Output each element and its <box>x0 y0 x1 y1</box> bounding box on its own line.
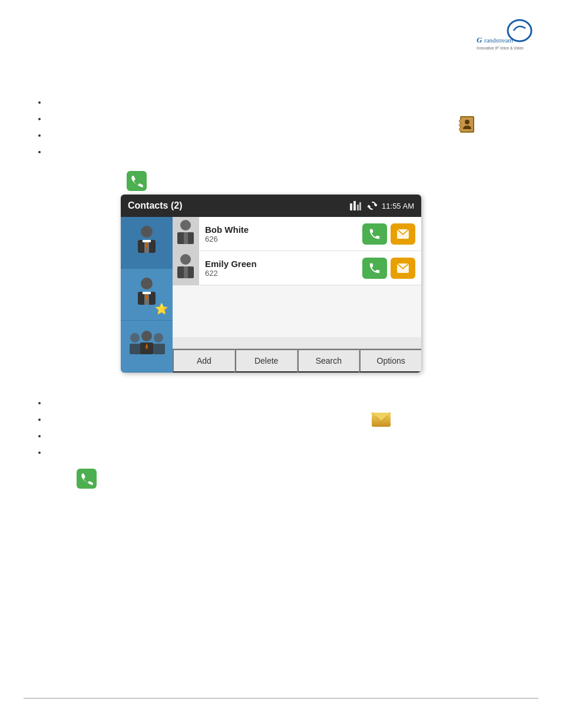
mail-yellow-icon <box>371 410 391 432</box>
svg-point-20 <box>141 278 153 289</box>
sidebar-avatars: ⭐ <box>121 217 173 373</box>
svg-text:G: G <box>477 35 482 44</box>
call-bob-button[interactable] <box>362 223 387 245</box>
svg-point-36 <box>180 254 191 265</box>
contacts-right: Bob White 626 <box>173 217 421 373</box>
bottom-bullet-section <box>35 395 49 461</box>
bottom-bullet-item-4 <box>47 444 49 461</box>
logo: G randstream Innovative IP Voice & Video <box>474 18 538 55</box>
bullet-item-3 <box>47 127 49 144</box>
phone-screen: Contacts (2) 11:55 AM <box>121 195 421 373</box>
svg-point-32 <box>180 220 191 230</box>
top-bullet-section <box>35 94 49 160</box>
bottom-bullet-item-3 <box>47 428 49 444</box>
contact-row: Bob White 626 <box>173 217 421 251</box>
contact-info-bob: Bob White 626 <box>199 225 362 243</box>
svg-point-30 <box>154 333 163 342</box>
svg-point-25 <box>130 333 140 342</box>
mail-bob-button[interactable] <box>391 223 415 245</box>
svg-rect-8 <box>459 124 461 127</box>
phone-green-icon-bottom <box>77 469 97 491</box>
contact-avatar-bob <box>173 217 199 251</box>
contact-info-emily: Emily Green 622 <box>199 259 362 278</box>
empty-area <box>173 285 421 337</box>
bottom-bullet-item-1 <box>47 395 49 411</box>
options-button[interactable]: Options <box>359 349 421 373</box>
svg-rect-14 <box>359 202 361 210</box>
svg-text:Innovative IP Voice & Video: Innovative IP Voice & Video <box>477 46 524 50</box>
svg-rect-38 <box>184 266 188 278</box>
star-badge: ⭐ <box>155 302 168 315</box>
contact-name-emily: Emily Green <box>205 259 362 269</box>
contact-number-bob: 626 <box>205 235 362 243</box>
svg-rect-9 <box>459 128 461 131</box>
contact-actions-emily <box>362 258 415 279</box>
screen-title: Contacts (2) <box>128 200 182 211</box>
svg-rect-13 <box>357 205 359 210</box>
svg-rect-34 <box>184 232 188 244</box>
tab-favorites[interactable]: ⭐ <box>121 269 173 321</box>
tab-all-contacts[interactable] <box>121 217 173 269</box>
bottom-divider <box>24 698 538 699</box>
screen-body: ⭐ <box>121 217 421 373</box>
svg-text:randstream: randstream <box>484 37 513 44</box>
contacts-list: Bob White 626 <box>173 217 421 348</box>
contacts-book-icon <box>458 115 477 136</box>
svg-rect-19 <box>143 240 151 242</box>
contact-row: Emily Green 622 <box>173 251 421 285</box>
svg-rect-12 <box>353 201 356 210</box>
contact-avatar-emily <box>173 251 199 285</box>
svg-point-6 <box>465 120 470 124</box>
network-icon <box>350 201 363 210</box>
svg-point-27 <box>141 331 152 341</box>
screen-toolbar: Add Delete Search Options <box>173 348 421 373</box>
bullet-item-4 <box>47 144 49 160</box>
bullet-item-2 <box>47 111 49 127</box>
screen-status: 11:55 AM <box>350 201 414 210</box>
svg-point-15 <box>141 226 153 238</box>
mail-emily-button[interactable] <box>391 258 415 279</box>
add-button[interactable]: Add <box>173 349 235 373</box>
bullet-item-1 <box>47 94 49 111</box>
svg-rect-24 <box>143 292 151 294</box>
svg-rect-44 <box>77 469 97 489</box>
bottom-bullet-item-2 <box>47 411 49 428</box>
tab-groups[interactable] <box>121 321 173 373</box>
search-button[interactable]: Search <box>297 349 360 373</box>
svg-rect-26 <box>130 344 141 354</box>
svg-rect-31 <box>153 344 165 354</box>
contact-name-bob: Bob White <box>205 225 362 235</box>
screen-header: Contacts (2) 11:55 AM <box>121 195 421 217</box>
svg-rect-10 <box>127 171 147 191</box>
phone-green-icon-top <box>127 171 147 193</box>
svg-rect-11 <box>350 203 352 210</box>
screen-time: 11:55 AM <box>382 202 414 210</box>
call-emily-button[interactable] <box>362 258 387 279</box>
sync-icon <box>368 201 377 210</box>
contact-number-emily: 622 <box>205 269 362 278</box>
svg-rect-7 <box>459 120 461 123</box>
contact-actions-bob <box>362 223 415 245</box>
delete-button[interactable]: Delete <box>235 349 297 373</box>
